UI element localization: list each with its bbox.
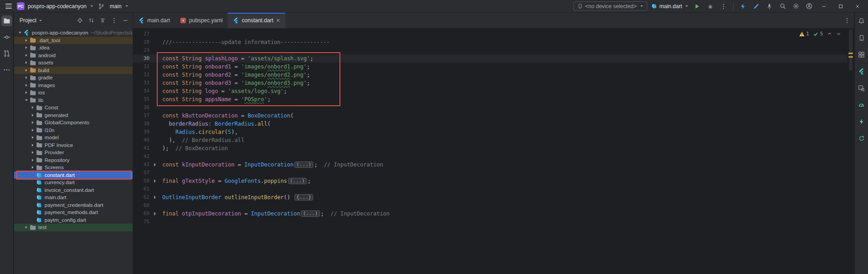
pull-requests-tool-window-icon[interactable] — [1, 48, 12, 59]
code-editor[interactable]: 2728///---------------update information… — [133, 28, 854, 274]
tree-item-model[interactable]: model — [14, 134, 133, 142]
tree-item-PDF Invoice[interactable]: PDF Invoice — [14, 142, 133, 149]
code-text[interactable]: const String onboard3 = 'images/onbord3.… — [160, 79, 310, 87]
run-button[interactable] — [692, 1, 702, 11]
tab-main.dart[interactable]: main.dart — [133, 13, 175, 28]
commit-tool-window-icon[interactable] — [1, 32, 12, 43]
tab-options-icon[interactable] — [844, 13, 854, 28]
flutter-attach-icon[interactable] — [738, 1, 748, 11]
code-text[interactable] — [160, 185, 162, 193]
code-text[interactable]: const String onboard1 = 'images/onbord1.… — [160, 63, 310, 71]
code-text[interactable]: const String appsName = 'POSpro'; — [160, 95, 270, 103]
tree-item-gradle[interactable]: gradle — [14, 74, 133, 82]
settings-gear-icon[interactable] — [791, 1, 801, 11]
code-text[interactable]: const kInputDecoration = InputDecoration… — [160, 161, 383, 169]
tree-item-GlobalComponents[interactable]: GlobalComponents — [14, 119, 133, 127]
chevron-right-icon[interactable] — [23, 46, 29, 49]
main-menu-icon[interactable] — [4, 1, 14, 11]
maximize-button[interactable] — [834, 1, 848, 12]
tree-item-l10n[interactable]: l10n — [14, 127, 133, 134]
tree-item-lib[interactable]: lib — [14, 97, 133, 104]
close-tab-icon[interactable] — [276, 18, 280, 23]
code-text[interactable]: const kButtonDecoration = BoxDecoration( — [160, 112, 294, 120]
code-text[interactable]: final otpInputDecoration = InputDecorati… — [160, 210, 389, 218]
tree-item-.dart_tool[interactable]: .dart_tool — [14, 37, 133, 44]
code-text[interactable] — [160, 30, 162, 38]
debug-button[interactable] — [705, 1, 715, 11]
chevron-right-icon[interactable] — [30, 114, 35, 117]
inspections-widget[interactable]: 1 5 — [799, 31, 841, 37]
code-text[interactable]: OutlineInputBorder outlineInputBorder() … — [160, 193, 314, 201]
prev-problem-icon[interactable] — [827, 31, 832, 36]
code-text[interactable] — [160, 152, 162, 161]
next-problem-icon[interactable] — [836, 31, 841, 36]
project-badge[interactable]: PC — [17, 2, 25, 10]
notifications-icon[interactable] — [856, 15, 867, 26]
tree-item-android[interactable]: android — [14, 52, 133, 59]
tree-item-.idea[interactable]: .idea — [14, 44, 133, 52]
warnings-count[interactable]: 1 — [799, 31, 809, 37]
locate-file-icon[interactable] — [76, 17, 84, 24]
chevron-right-icon[interactable] — [23, 84, 29, 87]
tab-constant.dart[interactable]: constant.dart — [228, 13, 285, 28]
fold-marker-icon[interactable] — [150, 193, 160, 201]
code-text[interactable] — [160, 169, 162, 177]
code-text[interactable]: ///---------------update information----… — [160, 38, 329, 46]
project-name[interactable]: pospro-app-codecanyon — [28, 3, 86, 10]
tree-item-main.dart[interactable]: main.dart — [14, 194, 133, 201]
chevron-right-icon[interactable] — [23, 69, 29, 72]
hide-panel-icon[interactable] — [122, 17, 129, 24]
fold-marker-icon[interactable] — [150, 177, 160, 185]
chevron-right-icon[interactable] — [30, 159, 35, 161]
code-text[interactable]: ), // BorderRadius.all — [160, 136, 244, 144]
tree-item-build[interactable]: build — [14, 67, 133, 74]
chevron-right-icon[interactable] — [23, 226, 29, 229]
code-text[interactable]: const String splashLogo = 'assets/splash… — [160, 54, 313, 63]
tree-item-Repository[interactable]: Repository — [14, 157, 133, 164]
code-fold-placeholder[interactable]: (...) — [288, 178, 307, 184]
minimize-button[interactable] — [817, 1, 831, 12]
emulator-icon[interactable] — [856, 49, 867, 60]
error-stripe-mark[interactable] — [848, 53, 853, 54]
tree-item-paytm_config.dart[interactable]: paytm_config.dart — [14, 216, 133, 224]
tab-pubspec.yaml[interactable]: Ypubspec.yaml — [175, 13, 228, 28]
search-icon[interactable] — [778, 1, 788, 11]
code-text[interactable]: final gTextStyle = GoogleFonts.poppins(.… — [160, 177, 311, 185]
code-fold-placeholder[interactable]: (...) — [301, 210, 319, 217]
chevron-right-icon[interactable] — [23, 54, 29, 57]
chevron-right-icon[interactable] — [30, 166, 35, 169]
chevron-down-icon[interactable] — [17, 32, 23, 34]
chevron-right-icon[interactable] — [30, 144, 35, 147]
more-actions-icon[interactable] — [718, 1, 728, 11]
tree-item-pospro-app-codecanyon[interactable]: pospro-app-codecanyon~/StudioProjects/p — [14, 29, 133, 37]
code-text[interactable]: ); // BoxDecoration — [160, 144, 228, 152]
flutter-devtools-icon[interactable] — [751, 1, 761, 11]
more-tool-windows-icon[interactable] — [1, 64, 12, 75]
chevron-right-icon[interactable] — [30, 106, 35, 109]
passed-checks-count[interactable]: 5 — [813, 31, 823, 37]
project-tool-window-icon[interactable] — [1, 15, 12, 26]
flutter-outline-icon[interactable] — [856, 66, 867, 77]
panel-options-icon[interactable] — [110, 17, 118, 24]
collapse-all-icon[interactable] — [99, 17, 106, 24]
code-text[interactable]: const String onboard2 = 'images/onbord2.… — [160, 71, 310, 79]
branch-name[interactable]: main — [110, 3, 121, 10]
device-manager-icon[interactable] — [856, 32, 867, 43]
chevron-right-icon[interactable] — [30, 136, 35, 139]
code-text[interactable] — [160, 46, 162, 54]
tree-item-test[interactable]: test — [14, 224, 133, 231]
tree-item-payment_methods.dart[interactable]: payment_methods.dart — [14, 209, 133, 216]
code-text[interactable] — [160, 103, 162, 112]
chevron-right-icon[interactable] — [23, 76, 29, 79]
scrollbar-thumb[interactable] — [849, 29, 853, 71]
code-text[interactable] — [160, 201, 162, 210]
tree-item-currency.dart[interactable]: currency.dart — [14, 179, 133, 186]
code-fold-placeholder[interactable]: {...} — [294, 194, 313, 201]
code-text[interactable]: Radius.circular(5), — [160, 128, 238, 136]
expand-all-icon[interactable] — [88, 17, 95, 24]
code-text[interactable]: const String logo = 'assets/logo.svg'; — [160, 87, 287, 95]
rocket-icon[interactable] — [764, 1, 774, 11]
tree-item-Screens[interactable]: Screens — [14, 164, 133, 171]
hot-reload-icon[interactable] — [856, 133, 867, 144]
tree-item-images[interactable]: images — [14, 82, 133, 89]
